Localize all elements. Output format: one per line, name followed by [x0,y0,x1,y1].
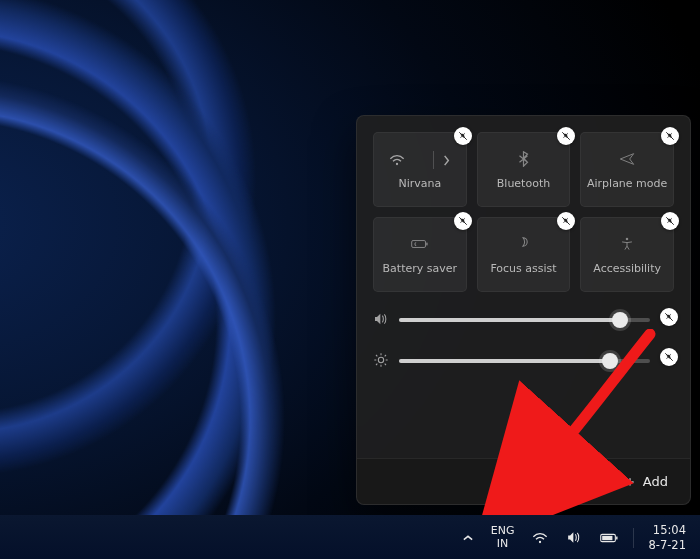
tile-airplane-mode[interactable]: Airplane mode [580,132,674,207]
brightness-icon [373,352,389,370]
add-button[interactable]: ＋ Add [615,468,676,495]
volume-icon [566,531,582,544]
svg-point-6 [539,540,541,542]
svg-rect-8 [616,536,617,539]
chevron-up-icon [463,534,473,542]
tile-battery-saver[interactable]: Battery saver [373,217,467,292]
lang-line2: IN [491,538,515,550]
tray-overflow-button[interactable] [457,528,479,548]
svg-rect-1 [412,241,426,248]
unpin-icon [665,216,675,226]
language-indicator[interactable]: ENG IN [485,521,521,553]
unpin-airplane-button[interactable] [661,127,679,145]
tile-bluetooth-label: Bluetooth [497,178,550,189]
battery-saver-icon [411,238,429,252]
done-button[interactable]: ✓ Done [539,468,607,495]
tile-wifi[interactable]: Nirvana [373,132,467,207]
tile-accessibility-label: Accessibility [593,263,661,274]
unpin-icon [458,216,468,226]
unpin-brightness-button[interactable] [660,348,678,366]
clock[interactable]: 15:04 8-7-21 [642,521,692,554]
volume-icon [373,312,389,328]
svg-rect-2 [426,243,427,246]
add-label: Add [643,474,668,489]
svg-rect-9 [603,535,613,539]
volume-track[interactable] [399,318,650,322]
brightness-thumb[interactable] [602,353,618,369]
unpin-icon [561,216,571,226]
unpin-icon [665,131,675,141]
check-icon: ✓ [547,474,559,488]
tile-bluetooth[interactable]: Bluetooth [477,132,571,207]
brightness-track[interactable] [399,359,650,363]
flyout-footer: ✓ Done ＋ Add [357,458,690,504]
brightness-slider[interactable] [373,352,674,370]
wifi-icon [375,149,420,171]
tile-battery-saver-label: Battery saver [383,263,457,274]
sliders [373,312,674,370]
unpin-icon [458,131,468,141]
tray-battery-icon[interactable] [594,526,625,550]
wifi-icon [532,532,548,544]
volume-thumb[interactable] [612,312,628,328]
unpin-focus-assist-button[interactable] [557,212,575,230]
unpin-battery-saver-button[interactable] [454,212,472,230]
bluetooth-icon [518,151,529,169]
clock-time: 15:04 [648,523,686,537]
svg-point-0 [396,163,398,165]
svg-point-3 [626,238,629,241]
battery-icon [600,532,619,544]
accessibility-icon [620,237,634,253]
unpin-bluetooth-button[interactable] [557,127,575,145]
tile-airplane-label: Airplane mode [587,178,667,189]
unpin-accessibility-button[interactable] [661,212,679,230]
clock-date: 8-7-21 [648,538,686,552]
tile-accessibility[interactable]: Accessibility [580,217,674,292]
tile-focus-assist-label: Focus assist [490,263,556,274]
taskbar: ENG IN 15:04 8-7-21 [0,515,700,559]
svg-point-4 [378,357,383,362]
airplane-icon [619,152,635,168]
unpin-icon [664,312,674,322]
quick-settings-panel: Nirvana Bluetooth Airplane mode [356,115,691,505]
tray-wifi-icon[interactable] [526,526,554,550]
volume-slider[interactable] [373,312,674,328]
chevron-right-icon[interactable] [420,149,465,171]
unpin-icon [664,352,674,362]
plus-icon: ＋ [623,474,637,488]
lang-line1: ENG [491,525,515,537]
tile-focus-assist[interactable]: Focus assist [477,217,571,292]
quick-settings-grid: Nirvana Bluetooth Airplane mode [373,132,674,292]
focus-assist-icon [516,237,530,253]
done-label: Done [565,474,599,489]
tray-volume-icon[interactable] [560,525,588,550]
tile-wifi-label: Nirvana [398,178,441,189]
unpin-volume-button[interactable] [660,308,678,326]
unpin-icon [561,131,571,141]
unpin-wifi-button[interactable] [454,127,472,145]
